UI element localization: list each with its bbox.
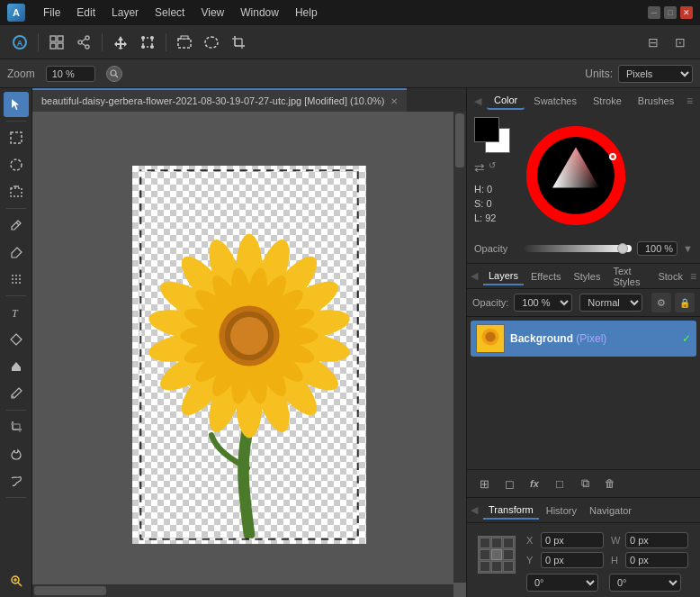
color-panel-menu[interactable]: ≡ (687, 95, 693, 107)
canvas-tab[interactable]: beautiful-daisy-gerbera-flower-2021-08-3… (32, 88, 407, 112)
toolbar-lasso-btn[interactable] (199, 30, 224, 55)
canvas-viewport[interactable] (32, 112, 466, 597)
fg-color-swatch[interactable] (474, 117, 499, 142)
anchor-bl[interactable] (480, 561, 490, 572)
svg-point-15 (141, 45, 145, 49)
color-panel: ◀ Color Swatches Stroke Brushes ≡ ⇄ (467, 88, 700, 264)
menu-view[interactable]: View (193, 4, 231, 22)
menu-select[interactable]: Select (148, 4, 192, 22)
toolbar-more-btn[interactable]: ⊡ (668, 30, 693, 55)
tool-flame[interactable] (4, 441, 29, 466)
toolbar-affinity-btn[interactable]: A (7, 30, 32, 55)
tool-shape[interactable] (4, 327, 29, 352)
tool-freehand[interactable] (4, 179, 29, 204)
titlebar: A File Edit Layer Select View Window Hel… (0, 0, 700, 25)
tab-styles[interactable]: Styles (568, 268, 606, 285)
tab-stock[interactable]: Stock (652, 268, 688, 285)
layers-fx-icon[interactable]: fx (525, 474, 544, 493)
transform-y-input[interactable] (541, 552, 604, 568)
anchor-mr[interactable] (503, 549, 514, 560)
layers-opacity-select[interactable]: 100 % (514, 294, 572, 312)
svg-line-30 (16, 222, 19, 225)
anchor-tc[interactable] (491, 538, 502, 548)
horizontal-scrollbar[interactable] (32, 584, 453, 597)
collapse-color-icon[interactable]: ◀ (474, 95, 481, 107)
layers-panel-menu[interactable]: ≡ (690, 270, 696, 283)
layers-lock-btn[interactable]: 🔒 (675, 293, 695, 312)
layers-blend-select[interactable]: Normal (579, 294, 642, 312)
toolbar-selection-btn[interactable] (172, 30, 197, 55)
tool-zoom[interactable] (4, 568, 29, 593)
transform-h-input[interactable] (625, 552, 688, 568)
tool-smudge[interactable] (4, 468, 29, 493)
svg-point-13 (141, 36, 145, 40)
minimize-button[interactable]: ─ (648, 6, 660, 19)
svg-point-32 (15, 275, 17, 276)
tool-marquee-ellipse[interactable] (4, 152, 29, 177)
tab-effects[interactable]: Effects (525, 268, 566, 285)
transform-rot2-select[interactable]: 0° (609, 574, 681, 592)
tab-history[interactable]: History (541, 502, 582, 519)
transform-x-input[interactable] (541, 532, 604, 548)
toolbar-align-btn[interactable]: ⊟ (641, 30, 666, 55)
canvas-tab-close[interactable]: ✕ (390, 96, 398, 106)
menu-help[interactable]: Help (288, 4, 325, 22)
anchor-mc[interactable] (491, 549, 502, 560)
tool-eraser[interactable] (4, 240, 29, 265)
layers-stack-icon[interactable]: ⊞ (474, 474, 494, 493)
anchor-ml[interactable] (480, 549, 490, 560)
anchor-tl[interactable] (480, 538, 490, 548)
menu-window[interactable]: Window (233, 4, 286, 22)
close-button[interactable]: ✕ (680, 6, 693, 19)
transform-w-input[interactable] (625, 532, 688, 548)
maximize-button[interactable]: □ (664, 6, 677, 19)
tab-navigator[interactable]: Navigator (584, 502, 637, 519)
toolbar-move-btn[interactable] (108, 30, 133, 55)
tool-crop[interactable] (4, 414, 29, 439)
anchor-tr[interactable] (503, 538, 514, 548)
svg-rect-28 (11, 188, 22, 196)
transform-rot-select[interactable]: 0° (526, 574, 598, 592)
collapse-layers-icon[interactable]: ◀ (471, 270, 478, 282)
units-select[interactable]: Pixels Inches Millimeters (618, 65, 693, 83)
collapse-transform-icon[interactable]: ◀ (471, 504, 478, 516)
opacity-dropdown[interactable]: ▼ (683, 243, 693, 254)
menu-layer[interactable]: Layer (104, 4, 146, 22)
layers-gear-btn[interactable]: ⚙ (651, 293, 671, 312)
swap-colors-icon[interactable]: ⇄ (474, 160, 485, 175)
tool-dots[interactable] (4, 267, 29, 292)
layers-duplicate-icon[interactable]: ⧉ (575, 474, 595, 493)
tab-transform[interactable]: Transform (483, 502, 539, 520)
tab-brushes[interactable]: Brushes (631, 93, 681, 109)
tab-stroke[interactable]: Stroke (586, 93, 629, 109)
tab-swatches[interactable]: Swatches (526, 93, 584, 109)
reset-colors-icon[interactable]: ↺ (489, 160, 496, 175)
tool-marquee-rect[interactable] (4, 125, 29, 150)
tab-color[interactable]: Color (487, 92, 525, 110)
anchor-bc[interactable] (491, 561, 502, 572)
tool-color-picker[interactable] (4, 381, 29, 406)
toolbar-share-btn[interactable] (71, 30, 96, 55)
menu-edit[interactable]: Edit (69, 4, 103, 22)
zoom-input[interactable] (46, 66, 95, 82)
tool-text[interactable]: T (4, 300, 29, 325)
tool-paint[interactable] (4, 213, 29, 238)
layers-new-icon[interactable]: □ (550, 474, 570, 493)
tool-pointer[interactable] (4, 92, 29, 117)
transform-controls: X W Y H 0° (474, 532, 693, 592)
opacity-slider[interactable] (525, 245, 632, 252)
anchor-br[interactable] (503, 561, 514, 572)
layers-delete-icon[interactable]: 🗑 (600, 474, 620, 493)
tab-text-styles[interactable]: Text Styles (607, 263, 651, 290)
toolbar-crop-btn[interactable] (226, 30, 251, 55)
toolbar-transform-btn[interactable] (135, 30, 160, 55)
toolbar-grid-btn[interactable] (44, 30, 69, 55)
vertical-scrollbar[interactable] (453, 112, 466, 583)
layer-item-background[interactable]: Background (Pixel) ✓ (471, 321, 696, 357)
tool-fill[interactable] (4, 354, 29, 379)
menu-file[interactable]: File (36, 4, 67, 22)
tab-layers[interactable]: Layers (483, 267, 524, 285)
color-wheel[interactable] (526, 126, 625, 225)
layers-mask-icon[interactable]: ◻ (499, 474, 519, 493)
layer-visible-icon[interactable]: ✓ (682, 332, 691, 345)
